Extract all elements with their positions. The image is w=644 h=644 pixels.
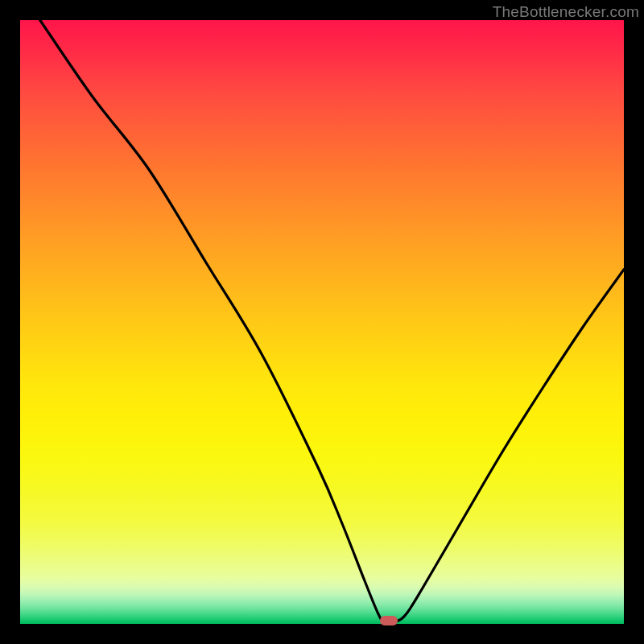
plot-area — [20, 20, 624, 624]
chart-frame: TheBottlenecker.com — [0, 0, 644, 644]
bottleneck-curve — [20, 20, 624, 624]
watermark-text: TheBottlenecker.com — [493, 3, 639, 21]
minimum-marker — [380, 616, 398, 625]
